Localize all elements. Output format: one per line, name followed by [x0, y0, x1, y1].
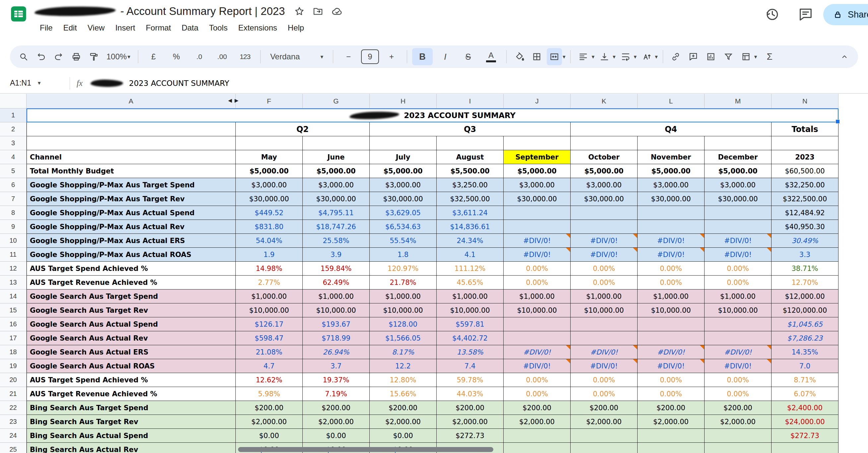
cell-A10[interactable]: Google Shopping/P-Max Aus Actual ERS	[27, 234, 236, 248]
menu-file[interactable]: File	[34, 21, 58, 34]
menu-data[interactable]: Data	[176, 21, 204, 34]
cell-M24[interactable]	[705, 429, 772, 443]
cell-N10[interactable]: 30.49%	[772, 234, 838, 248]
row-header-24[interactable]: 24	[0, 429, 27, 443]
cell-A7[interactable]: Google Shopping/P-Max Aus Target Rev	[27, 192, 236, 206]
cell-F6[interactable]: $3,000.00	[236, 178, 303, 192]
cell-K9[interactable]	[570, 220, 638, 234]
menu-view[interactable]: View	[82, 21, 110, 34]
column-header-F[interactable]: F	[236, 94, 303, 109]
cell-J19[interactable]: #DIV/0!	[504, 359, 570, 373]
cell-F10[interactable]: 54.04%	[236, 234, 303, 248]
cell-G10[interactable]: 25.58%	[303, 234, 370, 248]
cell-J5[interactable]: $5,000.00	[504, 164, 570, 178]
table-icon[interactable]	[738, 48, 754, 65]
row-header-9[interactable]: 9	[0, 220, 27, 234]
cell-A23[interactable]: Bing Search Aus Target Rev	[27, 415, 236, 429]
cell-J24[interactable]	[504, 429, 570, 443]
cell-J22[interactable]: $200.00	[504, 401, 570, 415]
cell-A16[interactable]: Google Search Aus Actual Spend	[27, 318, 236, 331]
currency-format-button[interactable]: £	[143, 48, 164, 65]
cell-G22[interactable]: $200.00	[303, 401, 370, 415]
cell-I4[interactable]: August	[437, 150, 504, 164]
cell-L13[interactable]: 0.00%	[638, 276, 705, 290]
search-icon[interactable]	[16, 48, 31, 65]
cell-K5[interactable]: $5,000.00	[570, 164, 638, 178]
share-button[interactable]: Share	[823, 4, 868, 25]
cell-N2[interactable]: Totals	[772, 122, 838, 136]
cell-G9[interactable]: $18,747.26	[303, 220, 370, 234]
cell-M4[interactable]: December	[705, 150, 772, 164]
move-folder-icon[interactable]	[313, 6, 323, 17]
cell-J25[interactable]	[504, 443, 570, 453]
cell-L4[interactable]: November	[638, 150, 705, 164]
cell-I18[interactable]: 13.58%	[437, 345, 504, 359]
column-header-K[interactable]: K	[570, 94, 638, 109]
cell-J18[interactable]: #DIV/0!	[504, 345, 570, 359]
cell-H14[interactable]: $1,000.00	[370, 290, 437, 303]
cell-F22[interactable]: $200.00	[236, 401, 303, 415]
cell-K22[interactable]: $200.00	[570, 401, 638, 415]
cell-J7[interactable]: $30,000.00	[504, 192, 570, 206]
cell-A11[interactable]: Google Shopping/P-Max Aus Actual ROAS	[27, 248, 236, 262]
cell-I17[interactable]: $4,402.72	[437, 331, 504, 345]
cell-F12[interactable]: 14.98%	[236, 262, 303, 276]
more-formats-button[interactable]: 123	[235, 48, 255, 65]
menu-insert[interactable]: Insert	[110, 21, 141, 34]
cell-H2[interactable]: Q3	[370, 122, 570, 136]
cell-L18[interactable]: #DIV/0!	[638, 345, 705, 359]
cell-M23[interactable]: $2,000.00	[705, 415, 772, 429]
cell-N3[interactable]	[772, 136, 838, 150]
cell-N4[interactable]: 2023	[772, 150, 838, 164]
row-header-2[interactable]: 2	[0, 122, 27, 136]
cell-A2[interactable]	[27, 122, 236, 136]
cell-K2[interactable]: Q4	[570, 122, 772, 136]
cell-L12[interactable]: 0.00%	[638, 262, 705, 276]
cell-G6[interactable]: $3,000.00	[303, 178, 370, 192]
cell-G21[interactable]: 7.19%	[303, 387, 370, 401]
cell-K13[interactable]: 0.00%	[570, 276, 638, 290]
cell-L5[interactable]: $5,000.00	[638, 164, 705, 178]
row-header-23[interactable]: 23	[0, 415, 27, 429]
cell-K10[interactable]: #DIV/0!	[570, 234, 638, 248]
cell-N13[interactable]: 12.70%	[772, 276, 838, 290]
cell-K7[interactable]: $30,000.00	[570, 192, 638, 206]
increase-decimals-button[interactable]: .00	[212, 48, 232, 65]
text-color-button[interactable]: A	[481, 48, 501, 65]
strikethrough-button[interactable]: S	[458, 48, 478, 65]
cell-I21[interactable]: 44.03%	[437, 387, 504, 401]
menu-format[interactable]: Format	[141, 21, 176, 34]
cell-A18[interactable]: Google Search Aus Actual ERS	[27, 345, 236, 359]
cell-H20[interactable]: 12.80%	[370, 373, 437, 387]
cell-J9[interactable]	[504, 220, 570, 234]
cell-L14[interactable]: $1,000.00	[638, 290, 705, 303]
cell-J23[interactable]: $2,000.00	[504, 415, 570, 429]
merge-cells-icon[interactable]	[547, 48, 562, 65]
cell-A6[interactable]: Google Shopping/P-Max Aus Target Spend	[27, 178, 236, 192]
cell-N22[interactable]: $2,400.00	[772, 401, 838, 415]
cell-L8[interactable]	[638, 206, 705, 220]
redo-icon[interactable]	[51, 48, 66, 65]
cell-G5[interactable]: $5,000.00	[303, 164, 370, 178]
cell-I15[interactable]: $10,000.00	[437, 303, 504, 318]
insert-chart-icon[interactable]	[703, 48, 718, 65]
paint-format-icon[interactable]	[86, 48, 101, 65]
doc-title[interactable]: - Account Summary Report | 2023	[120, 5, 285, 18]
cell-J10[interactable]: #DIV/0!	[504, 234, 570, 248]
row-header-1[interactable]: 1	[0, 109, 27, 122]
select-all-corner[interactable]	[0, 94, 27, 109]
cell-N16[interactable]: $1,045.65	[772, 318, 838, 331]
cell-H17[interactable]: $1,566.05	[370, 331, 437, 345]
cell-M8[interactable]	[705, 206, 772, 220]
formula-input[interactable]: 2023 ACCOUNT SUMMARY	[129, 79, 229, 88]
cell-N23[interactable]: $24,000.00	[772, 415, 838, 429]
column-header-N[interactable]: N	[772, 94, 838, 109]
expand-hidden-columns-left[interactable]: ◀	[228, 98, 232, 103]
cell-M9[interactable]	[705, 220, 772, 234]
cell-M25[interactable]	[705, 443, 772, 453]
cell-I11[interactable]: 4.1	[437, 248, 504, 262]
cell-A20[interactable]: AUS Target Spend Achieved %	[27, 373, 236, 387]
cell-K23[interactable]: $2,000.00	[570, 415, 638, 429]
cell-N14[interactable]: $12,000.00	[772, 290, 838, 303]
cell-G20[interactable]: 19.37%	[303, 373, 370, 387]
